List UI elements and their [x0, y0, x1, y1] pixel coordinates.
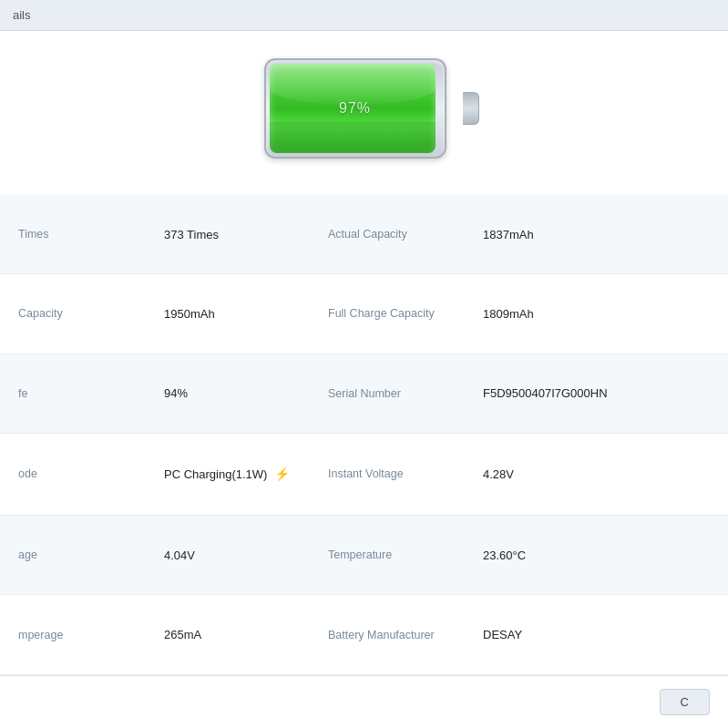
table-row: mperage 265mA Battery Manufacturer DESAY — [0, 595, 728, 675]
value-amperage: 265mA — [146, 595, 310, 675]
value-full-charge-capacity: 1809mAh — [465, 274, 728, 354]
label-capacity: Capacity — [0, 274, 146, 354]
value-battery-manufacturer: DESAY — [465, 595, 728, 675]
title-bar: ails — [0, 0, 728, 31]
table-row: age 4.04V Temperature 23.60°C — [0, 515, 728, 595]
table-row: ode PC Charging(1.1W) ⚡ Instant Voltage … — [0, 434, 728, 516]
label-serial-number: Serial Number — [310, 354, 465, 434]
value-capacity: 1950mAh — [146, 274, 310, 354]
table-row: Capacity 1950mAh Full Charge Capacity 18… — [0, 274, 728, 354]
stats-table: Times 373 Times Actual Capacity 1837mAh … — [0, 195, 728, 675]
label-amperage: mperage — [0, 595, 146, 675]
value-temperature: 23.60°C — [465, 515, 728, 595]
label-life: fe — [0, 354, 146, 434]
value-voltage: 4.04V — [146, 515, 310, 595]
value-mode: PC Charging(1.1W) ⚡ — [146, 434, 310, 516]
label-mode: ode — [0, 434, 146, 516]
battery-fill-bottom — [270, 122, 436, 153]
value-actual-capacity: 1837mAh — [465, 195, 728, 274]
label-actual-capacity: Actual Capacity — [310, 195, 465, 274]
table-row: fe 94% Serial Number F5D9500407I7G000HN — [0, 354, 728, 434]
bottom-bar: C — [0, 675, 728, 728]
main-content: 97% Times 373 Times Actual Capacity 1837… — [0, 31, 728, 728]
battery-percent: 97% — [339, 100, 371, 117]
value-times: 373 Times — [146, 195, 310, 274]
battery-body: 97% — [264, 58, 446, 159]
close-button[interactable]: C — [660, 689, 710, 715]
charging-icon: ⚡ — [274, 467, 290, 481]
label-full-charge-capacity: Full Charge Capacity — [310, 274, 465, 354]
value-life: 94% — [146, 354, 310, 434]
title-text: ails — [13, 8, 31, 22]
label-instant-voltage: Instant Voltage — [310, 434, 465, 516]
value-instant-voltage: 4.28V — [465, 434, 728, 516]
battery-wrapper: 97% — [264, 58, 465, 159]
label-voltage: age — [0, 515, 146, 595]
label-battery-manufacturer: Battery Manufacturer — [310, 595, 465, 675]
label-times: Times — [0, 195, 146, 274]
value-serial-number: F5D9500407I7G000HN — [465, 354, 728, 434]
battery-tip — [463, 92, 479, 125]
label-temperature: Temperature — [310, 515, 465, 595]
battery-section: 97% — [0, 31, 728, 195]
table-row: Times 373 Times Actual Capacity 1837mAh — [0, 195, 728, 274]
